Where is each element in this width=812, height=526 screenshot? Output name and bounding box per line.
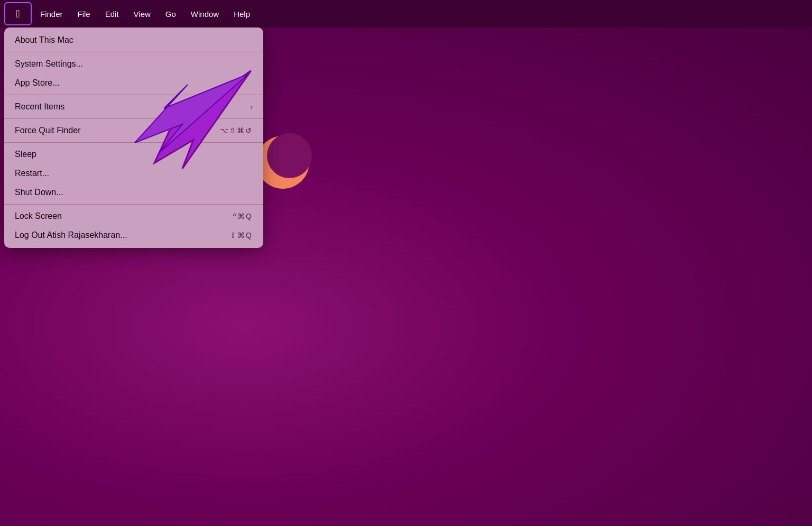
menu-item-app-store[interactable]: App Store... — [4, 73, 263, 93]
menubar-help[interactable]: Help — [227, 7, 256, 21]
menu-item-system-settings-label: System Settings... — [15, 59, 83, 69]
menubar-edit[interactable]: Edit — [99, 7, 125, 21]
submenu-arrow-icon: › — [250, 103, 253, 111]
menu-item-lock-screen-label: Lock Screen — [15, 211, 62, 221]
menu-separator-1 — [4, 52, 263, 52]
menu-separator-2 — [4, 95, 263, 95]
menu-item-restart-label: Restart... — [15, 169, 49, 178]
menubar:  Finder File Edit View Go Window Help — [0, 0, 812, 27]
menubar-view[interactable]: View — [127, 7, 157, 21]
menu-item-shut-down-label: Shut Down... — [15, 188, 63, 197]
menu-item-shut-down[interactable]: Shut Down... — [4, 183, 263, 202]
menu-item-about-label: About This Mac — [15, 35, 73, 45]
apple-logo-icon:  — [16, 8, 20, 19]
menu-separator-3 — [4, 118, 263, 119]
menu-item-app-store-label: App Store... — [15, 78, 60, 88]
menu-item-force-quit-label: Force Quit Finder — [15, 126, 80, 135]
menu-item-sleep[interactable]: Sleep — [4, 145, 263, 164]
menu-item-log-out-label: Log Out Atish Rajasekharan... — [15, 230, 127, 240]
menu-item-lock-screen[interactable]: Lock Screen ^⌘Q — [4, 207, 263, 226]
menu-item-sleep-label: Sleep — [15, 150, 36, 159]
menu-item-recent-items-label: Recent Items — [15, 102, 64, 112]
menu-item-log-out[interactable]: Log Out Atish Rajasekharan... ⇧⌘Q — [4, 226, 263, 245]
menubar-file[interactable]: File — [71, 7, 97, 21]
menu-separator-5 — [4, 204, 263, 205]
menu-item-force-quit-shortcut: ⌥⇧⌘↺ — [220, 126, 253, 135]
menu-item-force-quit[interactable]: Force Quit Finder ⌥⇧⌘↺ — [4, 121, 263, 140]
menu-item-lock-screen-shortcut: ^⌘Q — [233, 212, 253, 220]
menu-item-recent-items[interactable]: Recent Items › — [4, 97, 263, 116]
menubar-go[interactable]: Go — [159, 7, 182, 21]
menubar-finder[interactable]: Finder — [34, 7, 69, 21]
apple-dropdown-menu: About This Mac System Settings... App St… — [4, 27, 263, 248]
apple-menu-button[interactable]:  — [4, 2, 32, 25]
menu-item-log-out-shortcut: ⇧⌘Q — [230, 231, 253, 239]
menu-item-about[interactable]: About This Mac — [4, 31, 263, 50]
menubar-window[interactable]: Window — [184, 7, 225, 21]
menu-separator-4 — [4, 142, 263, 143]
menu-item-restart[interactable]: Restart... — [4, 164, 263, 183]
menu-item-system-settings[interactable]: System Settings... — [4, 54, 263, 73]
